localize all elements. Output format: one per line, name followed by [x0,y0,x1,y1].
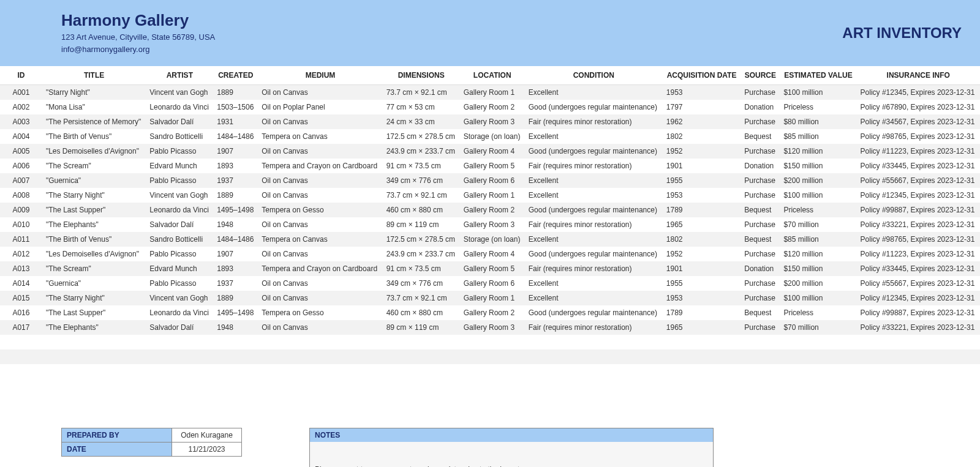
cell-title: "Les Demoiselles d'Avignon" [42,247,146,261]
cell-insurance: Policy #55667, Expires 2023-12-31 [857,173,980,188]
cell-location: Storage (on loan) [460,232,525,247]
cell-acq: 1952 [663,247,741,261]
cell-id: A013 [0,261,42,276]
cell-artist: Pablo Picasso [146,144,213,159]
cell-artist: Pablo Picasso [146,173,213,188]
cell-source: Donation [741,100,780,114]
cell-insurance: Policy #33221, Expires 2023-12-31 [857,320,980,335]
cell-insurance: Policy #55667, Expires 2023-12-31 [857,276,980,291]
page-title: ART INVENTORY [842,24,962,42]
cell-insurance: Policy #12345, Expires 2023-12-31 [857,188,980,203]
cell-insurance: Policy #99887, Expires 2023-12-31 [857,305,980,320]
cell-source: Purchase [741,188,780,203]
cell-insurance: Policy #33445, Expires 2023-12-31 [857,159,980,173]
cell-condition: Excellent [525,129,663,144]
cell-artist: Vincent van Gogh [146,188,213,203]
cell-title: "Guernica" [42,173,146,188]
cell-value: $100 million [780,188,856,203]
table-row: A002"Mona Lisa"Leonardo da Vinci1503–150… [0,100,980,114]
cell-insurance: Policy #12345, Expires 2023-12-31 [857,291,980,305]
col-id: ID [0,66,42,85]
cell-dimensions: 73.7 cm × 92.1 cm [383,291,460,305]
cell-acq: 1901 [663,159,741,173]
cell-id: A009 [0,203,42,217]
cell-artist: Vincent van Gogh [146,85,213,100]
gallery-address: 123 Art Avenue, Cityville, State 56789, … [61,31,215,43]
footer: PREPARED BY Oden Kuragane DATE 11/21/202… [0,379,980,467]
cell-acq: 1965 [663,217,741,232]
page-header: Harmony Gallery 123 Art Avenue, Cityvill… [0,0,980,66]
cell-artist: Leonardo da Vinci [146,305,213,320]
cell-condition: Fair (requires minor restoration) [525,114,663,129]
table-row: A003"The Persistence of Memory"Salvador … [0,114,980,129]
cell-condition: Fair (requires minor restoration) [525,217,663,232]
cell-value: $100 million [780,85,856,100]
inventory-table-wrapper: ID TITLE ARTIST CREATED MEDIUM DIMENSION… [0,66,980,379]
cell-id: A012 [0,247,42,261]
cell-location: Gallery Room 3 [460,320,525,335]
cell-id: A001 [0,85,42,100]
col-condition: CONDITION [525,66,663,85]
cell-condition: Excellent [525,232,663,247]
cell-dimensions: 243.9 cm × 233.7 cm [383,144,460,159]
cell-dimensions: 460 cm × 880 cm [383,305,460,320]
col-created: CREATED [213,66,258,85]
cell-dimensions: 349 cm × 776 cm [383,173,460,188]
signature-block: PREPARED BY Oden Kuragane DATE 11/21/202… [61,428,242,467]
cell-location: Gallery Room 1 [460,291,525,305]
inventory-table: ID TITLE ARTIST CREATED MEDIUM DIMENSION… [0,66,980,379]
cell-value: $80 million [780,114,856,129]
prepared-date-label: DATE [62,443,172,457]
cell-medium: Tempera on Canvas [258,129,382,144]
blank-row [0,335,980,349]
cell-created: 1889 [213,188,258,203]
cell-title: "The Birth of Venus" [42,129,146,144]
cell-source: Purchase [741,144,780,159]
cell-title: "The Elephants" [42,320,146,335]
cell-acq: 1955 [663,276,741,291]
prepared-date-value: 11/21/2023 [172,443,242,457]
col-medium: MEDIUM [258,66,382,85]
cell-condition: Excellent [525,85,663,100]
cell-acq: 1953 [663,85,741,100]
cell-value: $150 million [780,261,856,276]
cell-medium: Oil on Poplar Panel [258,100,382,114]
cell-dimensions: 91 cm × 73.5 cm [383,261,460,276]
col-location: LOCATION [460,66,525,85]
cell-source: Bequest [741,203,780,217]
cell-id: A006 [0,159,42,173]
cell-acq: 1802 [663,232,741,247]
notes-body: Please report to management any inconsis… [309,442,714,467]
cell-value: $85 million [780,129,856,144]
cell-created: 1889 [213,291,258,305]
table-row: A010"The Elephants"Salvador Dalí1948Oil … [0,217,980,232]
cell-dimensions: 243.9 cm × 233.7 cm [383,247,460,261]
cell-source: Purchase [741,217,780,232]
cell-source: Purchase [741,114,780,129]
prepared-table: PREPARED BY Oden Kuragane DATE 11/21/202… [61,428,242,457]
cell-created: 1907 [213,144,258,159]
blank-row [0,364,980,379]
cell-dimensions: 73.7 cm × 92.1 cm [383,188,460,203]
table-row: A005"Les Demoiselles d'Avignon"Pablo Pic… [0,144,980,159]
cell-medium: Oil on Canvas [258,188,382,203]
cell-acq: 1965 [663,320,741,335]
cell-medium: Oil on Canvas [258,291,382,305]
cell-title: "The Scream" [42,261,146,276]
cell-id: A011 [0,232,42,247]
cell-artist: Vincent van Gogh [146,291,213,305]
cell-created: 1495–1498 [213,203,258,217]
cell-value: $100 million [780,291,856,305]
org-info: Harmony Gallery 123 Art Avenue, Cityvill… [61,11,215,55]
cell-created: 1948 [213,217,258,232]
cell-artist: Edvard Munch [146,159,213,173]
cell-id: A007 [0,173,42,188]
cell-insurance: Policy #11223, Expires 2023-12-31 [857,247,980,261]
cell-artist: Sandro Botticelli [146,129,213,144]
col-value: ESTIMATED VALUE [780,66,856,85]
cell-source: Bequest [741,232,780,247]
cell-insurance: Policy #12345, Expires 2023-12-31 [857,85,980,100]
cell-medium: Tempera on Gesso [258,203,382,217]
cell-source: Purchase [741,173,780,188]
cell-artist: Pablo Picasso [146,247,213,261]
